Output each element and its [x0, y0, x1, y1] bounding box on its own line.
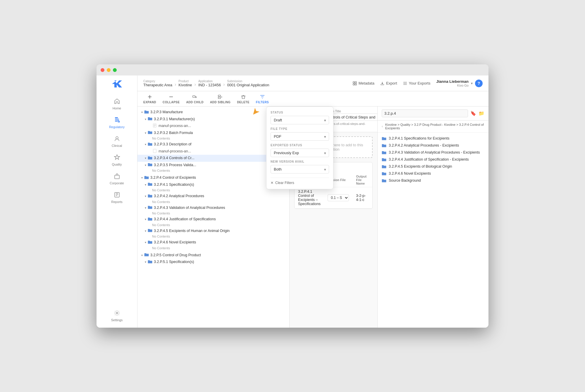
file-type-select[interactable]: PDF	[271, 132, 329, 141]
help-button[interactable]: ?	[475, 80, 483, 87]
list-icon	[403, 81, 407, 85]
fullscreen-btn[interactable]	[113, 68, 117, 72]
sidebar-item-reports[interactable]: Reports	[97, 188, 137, 207]
tree-toggle-icon[interactable]: ▾	[143, 156, 147, 160]
user-chevron-icon: ▾	[471, 81, 473, 85]
exported-status-filter[interactable]: Previously Exp	[271, 149, 329, 157]
reports-icon	[113, 191, 121, 199]
tree-toggle-icon[interactable]: ▾	[143, 163, 147, 167]
status-filter[interactable]: Draft	[271, 116, 329, 124]
delete-icon	[240, 94, 246, 100]
sidebar-item-regulatory[interactable]: R Regulatory	[97, 113, 137, 132]
svg-rect-13	[355, 84, 357, 85]
new-version-select[interactable]: Both	[271, 165, 329, 173]
add-sibling-button[interactable]: ADD SIBLING	[207, 92, 234, 106]
folder-icon	[147, 182, 153, 186]
delete-button[interactable]: DELETE	[234, 92, 252, 106]
minimize-btn[interactable]	[107, 68, 111, 72]
rt-item[interactable]: Source Background	[378, 177, 488, 184]
folder-icon	[147, 142, 153, 146]
breadcrumb-application[interactable]: Application IND - 123456	[198, 80, 221, 87]
rt-item[interactable]: 3.2.P.4.4 Justification of Specification…	[378, 156, 488, 163]
svg-rect-18	[153, 149, 156, 152]
svg-rect-11	[355, 82, 357, 83]
folder-open-icon[interactable]: 📁	[479, 111, 484, 116]
grid-icon	[353, 81, 357, 85]
right-panel: 🔖 📁 ‹ Kivotine > Quality > 3.2.P Drug Pr…	[377, 106, 488, 328]
version-select[interactable]: 0.1 – S	[328, 194, 349, 201]
breadcrumb-submission[interactable]: Submission 0001 Original Application	[227, 80, 269, 87]
sidebar-item-clinical[interactable]: Clinical	[97, 132, 137, 150]
sidebar-item-corporate[interactable]: Corporate	[97, 169, 137, 188]
svg-rect-0	[115, 117, 118, 118]
clear-filters-button[interactable]: ✕ Clear Filters	[271, 178, 329, 185]
rt-item[interactable]: 3.2.P.4.6 Novel Excipients	[378, 170, 488, 177]
close-btn[interactable]	[101, 68, 104, 72]
filters-button[interactable]: FILTERS	[253, 92, 272, 106]
collapse-button[interactable]: COLLAPSE	[160, 92, 183, 106]
tree-toggle-icon[interactable]: ▾	[140, 110, 144, 114]
tree-toggle-icon[interactable]: ▾	[143, 183, 147, 187]
row-actions-button[interactable]: ⋮	[370, 187, 373, 209]
your-exports-button[interactable]: Your Exports	[403, 81, 431, 85]
right-panel-breadcrumb: ‹ Kivotine > Quality > 3.2.P Drug Produc…	[378, 121, 488, 133]
tree-item[interactable]: ▾ 3.2.P.5.1 Specification(s)	[137, 259, 289, 266]
breadcrumb-product[interactable]: Product Kivotine	[178, 80, 192, 87]
tree-toggle-icon[interactable]: ▾	[143, 131, 147, 135]
breadcrumb-category[interactable]: Category Therapeutic Area	[143, 80, 172, 87]
tree-toggle-icon[interactable]: ▾	[143, 194, 147, 198]
tree-item[interactable]: ▾ 3.2.P.4.6 Novel Excipients	[137, 239, 289, 246]
breadcrumb-sep-3: ›	[223, 82, 225, 87]
bc-collapse-icon[interactable]: ‹	[382, 124, 383, 128]
app-logo[interactable]	[110, 78, 124, 90]
user-info[interactable]: Jianna Lieberman Kivo Go ▾ ?	[436, 79, 483, 87]
rt-item[interactable]: 3.2.P.4.1 Specifications for Excipients	[378, 135, 488, 142]
tree-item[interactable]: ▾ 3.2.P.4.4 Justification of Specificati…	[137, 216, 289, 223]
tree-item[interactable]: ▾ 3.2.P.5 Control of Drug Product	[137, 252, 289, 259]
svg-text:R: R	[118, 121, 119, 123]
tree-toggle-icon[interactable]: ▾	[143, 206, 147, 210]
add-child-button[interactable]: ADD CHILD	[183, 92, 207, 106]
tree-toggle-icon[interactable]: ▾	[143, 260, 147, 264]
bookmark-icon[interactable]: 🔖	[470, 111, 476, 116]
sidebar-item-home[interactable]: Home	[97, 94, 137, 113]
tree-toggle-icon[interactable]: ▾	[143, 229, 147, 233]
breadcrumb-sep-1: ›	[175, 82, 176, 87]
right-panel-search-input[interactable]	[382, 109, 468, 117]
sidebar-item-quality[interactable]: Quality	[97, 150, 137, 169]
tree-toggle-icon[interactable]: ▾	[143, 217, 147, 221]
app-window: Home R Regulatory	[97, 64, 488, 328]
svg-rect-10	[353, 82, 355, 83]
tree-item[interactable]: ▾ 3.2.P.4.5 Excipients of Human or Anima…	[137, 228, 289, 235]
new-version-filter[interactable]: Both	[271, 165, 329, 173]
expand-button[interactable]: EXPAND	[140, 92, 159, 106]
export-button[interactable]: Export	[380, 81, 397, 85]
tree-item[interactable]: ▾ 3.2.P.4.3 Validation of Analytical Pro…	[137, 204, 289, 212]
folder-icon	[147, 156, 153, 160]
folder-icon	[147, 130, 153, 135]
quality-icon	[113, 153, 121, 161]
rt-item[interactable]: 3.2.P.4.5 Excipients of Biological Origi…	[378, 163, 488, 170]
sidebar-item-settings[interactable]: Settings	[97, 306, 137, 325]
filters-icon	[259, 94, 265, 100]
rt-item[interactable]: 3.2.P.4.2 Analytical Procedures - Excipi…	[378, 142, 488, 149]
tree-toggle-icon[interactable]: ▾	[140, 253, 144, 257]
doc-icon	[152, 149, 157, 153]
folder-icon	[147, 240, 153, 244]
rt-item[interactable]: 3.2.P.4.3 Validation of Analytical Proce…	[378, 149, 488, 156]
tree-toggle-icon[interactable]: ▾	[143, 240, 147, 245]
right-tree: 3.2.P.4.1 Specifications for Excipients …	[378, 133, 488, 328]
metadata-button[interactable]: Metadata	[353, 81, 374, 85]
tree-toggle-icon[interactable]: ▾	[140, 176, 144, 180]
folder-icon	[147, 194, 153, 198]
home-icon	[113, 97, 121, 105]
corporate-icon	[113, 172, 121, 180]
expand-icon	[147, 94, 153, 100]
exported-status-select[interactable]: Previously Exp	[271, 149, 329, 157]
file-type-filter[interactable]: PDF	[271, 132, 329, 141]
tree-toggle-icon[interactable]: ▾	[143, 142, 147, 147]
tree-toggle-icon[interactable]: ▾	[143, 117, 147, 121]
right-panel-header: 🔖 📁	[378, 106, 488, 121]
status-select[interactable]: Draft	[271, 116, 329, 124]
tree-item[interactable]: ▾ 3.2.P.4.2 Analytical Procedures	[137, 193, 289, 200]
